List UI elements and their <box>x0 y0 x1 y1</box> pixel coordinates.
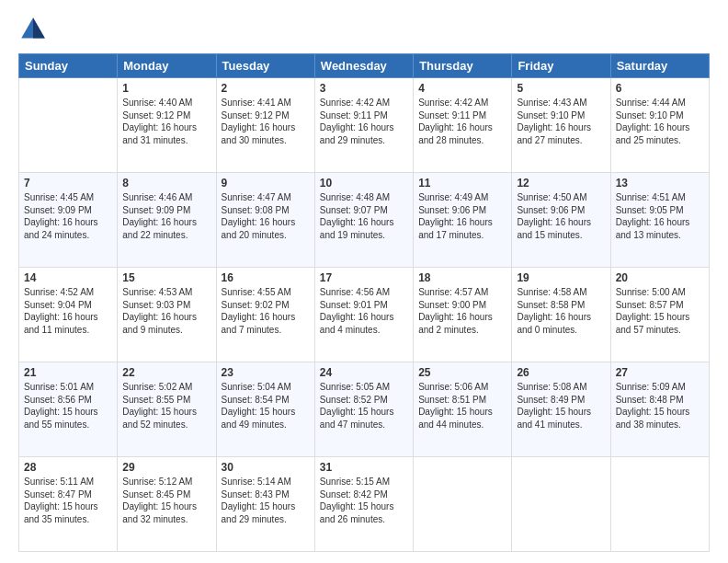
calendar-week-row: 14Sunrise: 4:52 AM Sunset: 9:04 PM Dayli… <box>19 268 710 362</box>
calendar-table: Sunday Monday Tuesday Wednesday Thursday… <box>18 53 710 552</box>
cell-content: Sunrise: 5:04 AM Sunset: 8:54 PM Dayligh… <box>222 381 310 431</box>
table-row: 25Sunrise: 5:06 AM Sunset: 8:51 PM Dayli… <box>414 362 512 457</box>
cell-content: Sunrise: 4:50 AM Sunset: 9:06 PM Dayligh… <box>517 191 605 241</box>
page: Sunday Monday Tuesday Wednesday Thursday… <box>0 0 728 563</box>
col-monday: Monday <box>118 54 216 78</box>
col-thursday: Thursday <box>414 54 512 78</box>
cell-content: Sunrise: 5:02 AM Sunset: 8:55 PM Dayligh… <box>122 381 210 431</box>
day-number: 10 <box>320 177 408 190</box>
cell-content: Sunrise: 4:58 AM Sunset: 8:58 PM Dayligh… <box>517 286 605 336</box>
day-number: 22 <box>122 366 210 379</box>
day-number: 6 <box>616 82 704 95</box>
table-row: 22Sunrise: 5:02 AM Sunset: 8:55 PM Dayli… <box>118 362 216 457</box>
table-row: 24Sunrise: 5:05 AM Sunset: 8:52 PM Dayli… <box>314 362 413 457</box>
day-number: 8 <box>122 177 210 190</box>
day-number: 15 <box>122 271 210 284</box>
cell-content: Sunrise: 5:05 AM Sunset: 8:52 PM Dayligh… <box>320 381 408 431</box>
day-number: 19 <box>517 271 605 284</box>
cell-content: Sunrise: 5:00 AM Sunset: 8:57 PM Dayligh… <box>616 286 704 336</box>
table-row: 6Sunrise: 4:44 AM Sunset: 9:10 PM Daylig… <box>610 78 709 173</box>
header <box>18 15 710 44</box>
cell-content: Sunrise: 5:12 AM Sunset: 8:45 PM Dayligh… <box>122 476 210 525</box>
table-row: 27Sunrise: 5:09 AM Sunset: 8:48 PM Dayli… <box>610 362 709 457</box>
day-number: 7 <box>24 177 112 190</box>
col-friday: Friday <box>512 54 610 78</box>
table-row: 4Sunrise: 4:42 AM Sunset: 9:11 PM Daylig… <box>414 78 512 173</box>
logo <box>18 15 51 44</box>
day-number: 24 <box>320 366 408 379</box>
col-saturday: Saturday <box>610 54 709 78</box>
table-row: 26Sunrise: 5:08 AM Sunset: 8:49 PM Dayli… <box>512 362 610 457</box>
day-number: 4 <box>418 82 506 95</box>
table-row: 12Sunrise: 4:50 AM Sunset: 9:06 PM Dayli… <box>512 173 610 268</box>
cell-content: Sunrise: 4:47 AM Sunset: 9:08 PM Dayligh… <box>222 191 310 241</box>
day-number: 9 <box>222 177 310 190</box>
col-wednesday: Wednesday <box>314 54 413 78</box>
day-number: 14 <box>24 271 112 284</box>
table-row: 28Sunrise: 5:11 AM Sunset: 8:47 PM Dayli… <box>19 457 118 552</box>
table-row: 13Sunrise: 4:51 AM Sunset: 9:05 PM Dayli… <box>610 173 709 268</box>
cell-content: Sunrise: 4:51 AM Sunset: 9:05 PM Dayligh… <box>616 191 704 241</box>
table-row: 31Sunrise: 5:15 AM Sunset: 8:42 PM Dayli… <box>314 457 413 552</box>
day-number: 3 <box>320 82 408 95</box>
day-number: 26 <box>517 366 605 379</box>
day-number: 27 <box>616 366 704 379</box>
day-number: 17 <box>320 271 408 284</box>
day-number: 29 <box>122 461 210 474</box>
cell-content: Sunrise: 4:43 AM Sunset: 9:10 PM Dayligh… <box>517 97 605 146</box>
table-row <box>610 457 709 552</box>
table-row: 3Sunrise: 4:42 AM Sunset: 9:11 PM Daylig… <box>314 78 413 173</box>
calendar-header-row: Sunday Monday Tuesday Wednesday Thursday… <box>19 54 710 78</box>
cell-content: Sunrise: 4:48 AM Sunset: 9:07 PM Dayligh… <box>320 191 408 241</box>
cell-content: Sunrise: 4:49 AM Sunset: 9:06 PM Dayligh… <box>418 191 506 241</box>
calendar-week-row: 21Sunrise: 5:01 AM Sunset: 8:56 PM Dayli… <box>19 362 710 457</box>
table-row: 29Sunrise: 5:12 AM Sunset: 8:45 PM Dayli… <box>118 457 216 552</box>
cell-content: Sunrise: 4:40 AM Sunset: 9:12 PM Dayligh… <box>122 97 210 146</box>
table-row: 23Sunrise: 5:04 AM Sunset: 8:54 PM Dayli… <box>216 362 314 457</box>
table-row: 9Sunrise: 4:47 AM Sunset: 9:08 PM Daylig… <box>216 173 314 268</box>
cell-content: Sunrise: 5:15 AM Sunset: 8:42 PM Dayligh… <box>320 476 408 525</box>
day-number: 18 <box>418 271 506 284</box>
table-row: 16Sunrise: 4:55 AM Sunset: 9:02 PM Dayli… <box>216 268 314 362</box>
cell-content: Sunrise: 5:01 AM Sunset: 8:56 PM Dayligh… <box>24 381 112 431</box>
table-row: 8Sunrise: 4:46 AM Sunset: 9:09 PM Daylig… <box>118 173 216 268</box>
day-number: 25 <box>418 366 506 379</box>
cell-content: Sunrise: 4:52 AM Sunset: 9:04 PM Dayligh… <box>24 286 112 336</box>
cell-content: Sunrise: 5:08 AM Sunset: 8:49 PM Dayligh… <box>517 381 605 431</box>
day-number: 21 <box>24 366 112 379</box>
svg-marker-1 <box>33 17 45 38</box>
col-tuesday: Tuesday <box>216 54 314 78</box>
day-number: 11 <box>418 177 506 190</box>
table-row: 2Sunrise: 4:41 AM Sunset: 9:12 PM Daylig… <box>216 78 314 173</box>
table-row: 21Sunrise: 5:01 AM Sunset: 8:56 PM Dayli… <box>19 362 118 457</box>
day-number: 28 <box>24 461 112 474</box>
logo-icon <box>18 15 48 44</box>
cell-content: Sunrise: 5:11 AM Sunset: 8:47 PM Dayligh… <box>24 476 112 525</box>
table-row: 17Sunrise: 4:56 AM Sunset: 9:01 PM Dayli… <box>314 268 413 362</box>
table-row: 1Sunrise: 4:40 AM Sunset: 9:12 PM Daylig… <box>118 78 216 173</box>
day-number: 31 <box>320 461 408 474</box>
cell-content: Sunrise: 5:09 AM Sunset: 8:48 PM Dayligh… <box>616 381 704 431</box>
table-row: 18Sunrise: 4:57 AM Sunset: 9:00 PM Dayli… <box>414 268 512 362</box>
table-row: 11Sunrise: 4:49 AM Sunset: 9:06 PM Dayli… <box>414 173 512 268</box>
table-row <box>512 457 610 552</box>
day-number: 2 <box>222 82 310 95</box>
day-number: 20 <box>616 271 704 284</box>
cell-content: Sunrise: 4:41 AM Sunset: 9:12 PM Dayligh… <box>222 97 310 146</box>
table-row: 14Sunrise: 4:52 AM Sunset: 9:04 PM Dayli… <box>19 268 118 362</box>
table-row <box>19 78 118 173</box>
table-row: 15Sunrise: 4:53 AM Sunset: 9:03 PM Dayli… <box>118 268 216 362</box>
day-number: 30 <box>222 461 310 474</box>
table-row: 10Sunrise: 4:48 AM Sunset: 9:07 PM Dayli… <box>314 173 413 268</box>
cell-content: Sunrise: 4:56 AM Sunset: 9:01 PM Dayligh… <box>320 286 408 336</box>
table-row <box>414 457 512 552</box>
cell-content: Sunrise: 4:44 AM Sunset: 9:10 PM Dayligh… <box>616 97 704 146</box>
calendar-week-row: 7Sunrise: 4:45 AM Sunset: 9:09 PM Daylig… <box>19 173 710 268</box>
cell-content: Sunrise: 4:42 AM Sunset: 9:11 PM Dayligh… <box>418 97 506 146</box>
table-row: 19Sunrise: 4:58 AM Sunset: 8:58 PM Dayli… <box>512 268 610 362</box>
cell-content: Sunrise: 5:14 AM Sunset: 8:43 PM Dayligh… <box>222 476 310 525</box>
table-row: 20Sunrise: 5:00 AM Sunset: 8:57 PM Dayli… <box>610 268 709 362</box>
cell-content: Sunrise: 4:57 AM Sunset: 9:00 PM Dayligh… <box>418 286 506 336</box>
cell-content: Sunrise: 4:45 AM Sunset: 9:09 PM Dayligh… <box>24 191 112 241</box>
calendar-week-row: 28Sunrise: 5:11 AM Sunset: 8:47 PM Dayli… <box>19 457 710 552</box>
